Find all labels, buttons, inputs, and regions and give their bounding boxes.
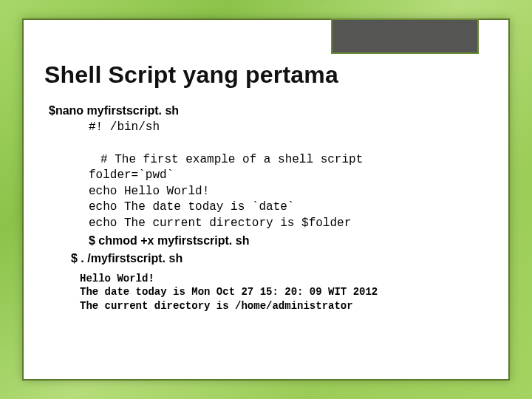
command-run: $ . /myfirstscript. sh bbox=[44, 250, 488, 267]
spacer bbox=[44, 139, 488, 152]
output-block: Hello World! The date today is Mon Oct 2… bbox=[44, 272, 488, 314]
title-accent-box bbox=[331, 18, 479, 54]
script-line-dir: echo The current directory is $folder bbox=[44, 216, 488, 232]
command-chmod: $ chmod +x myfirstscript. sh bbox=[44, 232, 488, 250]
slide-card: Shell Script yang pertama $nano myfirsts… bbox=[22, 18, 510, 381]
slide-title: Shell Script yang pertama bbox=[44, 61, 488, 89]
script-line-hello: echo Hello World! bbox=[44, 184, 488, 200]
script-line-date: echo The date today is `date` bbox=[44, 200, 488, 216]
script-shebang: #! /bin/sh bbox=[44, 120, 488, 136]
script-comment: # The first example of a shell script bbox=[44, 152, 488, 168]
output-dir: The current directory is /home/administr… bbox=[80, 299, 488, 313]
output-date: The date today is Mon Oct 27 15: 20: 09 … bbox=[80, 285, 488, 299]
output-hello: Hello World! bbox=[80, 272, 488, 286]
command-nano: $nano myfirstscript. sh bbox=[44, 102, 488, 120]
script-line-folder: folder=`pwd` bbox=[44, 168, 488, 184]
